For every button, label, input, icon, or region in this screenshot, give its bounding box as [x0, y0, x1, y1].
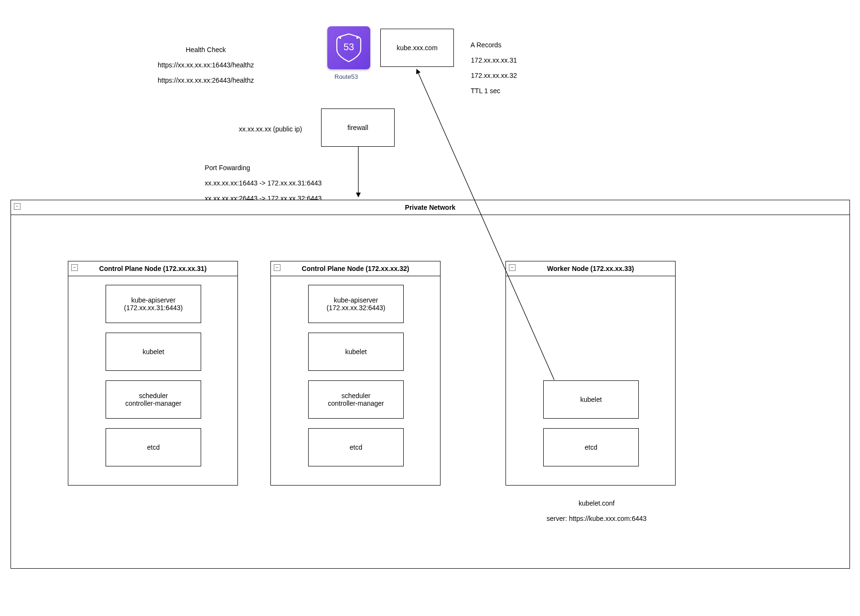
- cp2-etcd-label: etcd: [350, 443, 362, 451]
- health-check-title: Health Check: [186, 46, 226, 54]
- worker-etcd-box: etcd: [543, 428, 639, 466]
- kube-domain-label: kube.xxx.com: [397, 44, 438, 52]
- cp1-kubelet-box: kubelet: [106, 333, 201, 371]
- svg-line-3: [417, 69, 554, 380]
- cp2-sched-l1: scheduler: [342, 392, 371, 400]
- cp2-scheduler-box: scheduler controller-manager: [308, 380, 404, 419]
- diagram-canvas: Health Check https://xx.xx.xx.xx:16443/h…: [0, 0, 860, 616]
- a-records-title: A Records: [471, 41, 502, 49]
- route53-icon: 53: [327, 26, 370, 69]
- port-forwarding-line-1: xx.xx.xx.xx:16443 -> 172.xx.xx.31:6443: [205, 179, 322, 187]
- cp1-sched-l2: controller-manager: [125, 400, 182, 407]
- kube-domain-box: kube.xxx.com: [380, 29, 454, 67]
- collapse-icon[interactable]: −: [274, 264, 280, 271]
- cp1-sched-l1: scheduler: [139, 392, 168, 400]
- cp2-etcd-box: etcd: [308, 428, 404, 466]
- cp1-apiserver-box: kube-apiserver (172.xx.xx.31:6443): [106, 285, 201, 323]
- cp2-sched-l2: controller-manager: [328, 400, 384, 407]
- collapse-icon[interactable]: −: [14, 203, 21, 210]
- cp1-scheduler-box: scheduler controller-manager: [106, 380, 201, 419]
- cp1-kubelet-label: kubelet: [142, 348, 164, 356]
- worker-footer-l1: kubelet.conf: [579, 499, 615, 507]
- svg-point-0: [339, 37, 341, 39]
- health-check-text: Health Check https://xx.xx.xx.xx:16443/h…: [135, 38, 269, 92]
- control-plane-1-header: − Control Plane Node (172.xx.xx.31): [68, 261, 237, 276]
- cp1-etcd-box: etcd: [106, 428, 201, 466]
- worker-kubelet-label: kubelet: [580, 396, 602, 403]
- route53-badge-number: 53: [344, 42, 354, 52]
- firewall-label: firewall: [347, 124, 368, 131]
- worker-kubelet-box: kubelet: [543, 380, 639, 419]
- route53-label: Route53: [334, 73, 358, 80]
- svg-point-1: [356, 37, 358, 39]
- health-check-line-1: https://xx.xx.xx.xx:16443/healthz: [158, 61, 254, 69]
- cp2-apiserver-l2: (172.xx.xx.32:6443): [327, 304, 386, 312]
- health-check-line-2: https://xx.xx.xx.xx:26443/healthz: [158, 76, 254, 84]
- cp1-apiserver-l2: (172.xx.xx.31:6443): [124, 304, 183, 312]
- firewall-box: firewall: [321, 108, 395, 147]
- worker-footer-l2: server: https://kube.xxx.com:6443: [547, 515, 646, 522]
- collapse-icon[interactable]: −: [71, 264, 78, 271]
- cp1-apiserver-l1: kube-apiserver: [131, 296, 176, 304]
- cp2-apiserver-box: kube-apiserver (172.xx.xx.32:6443): [308, 285, 404, 323]
- control-plane-1-group: − Control Plane Node (172.xx.xx.31) kube…: [68, 261, 238, 486]
- cp2-apiserver-l1: kube-apiserver: [334, 296, 378, 304]
- cp2-kubelet-label: kubelet: [345, 348, 366, 356]
- arrow-kubelet-to-kubedomain: [411, 65, 602, 382]
- worker-footer-text: kubelet.conf server: https://kube.xxx.co…: [524, 492, 658, 530]
- control-plane-1-title: Control Plane Node (172.xx.xx.31): [99, 265, 207, 272]
- control-plane-2-title: Control Plane Node (172.xx.xx.32): [302, 265, 409, 272]
- cp2-kubelet-box: kubelet: [308, 333, 404, 371]
- cp1-etcd-label: etcd: [147, 443, 160, 451]
- public-ip-label: xx.xx.xx.xx (public ip): [239, 125, 302, 133]
- worker-etcd-label: etcd: [585, 443, 597, 451]
- port-forwarding-title: Port Fowarding: [205, 164, 250, 172]
- a-records-line-1: 172.xx.xx.xx.31: [471, 56, 517, 64]
- arrow-firewall-to-network: [354, 147, 363, 202]
